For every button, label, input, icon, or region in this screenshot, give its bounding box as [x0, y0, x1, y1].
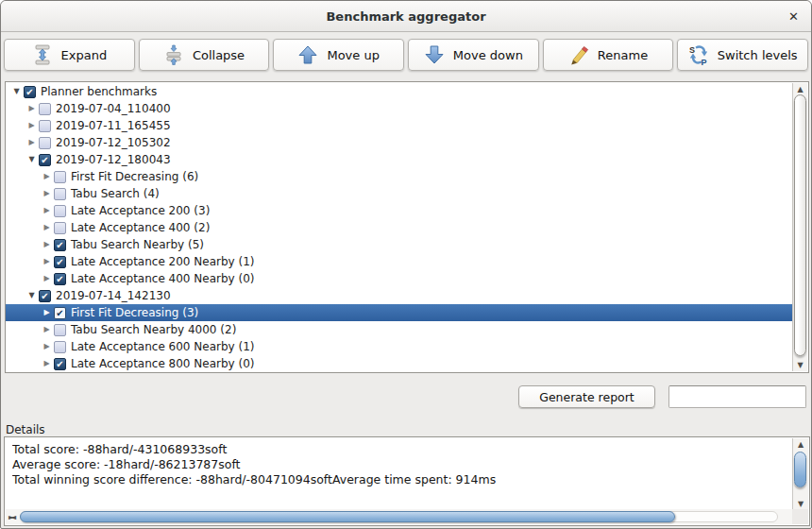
expand-arrow-icon[interactable]: ▶	[40, 168, 54, 185]
details-label: Details	[6, 423, 45, 436]
row-checkbox[interactable]: ✔	[24, 86, 36, 98]
expand-arrow-icon[interactable]: ▶	[40, 185, 54, 202]
tree-row-label: 2019-07-11_165455	[56, 119, 171, 132]
row-checkbox[interactable]	[39, 103, 51, 115]
expand-arrow-icon[interactable]: ▶	[40, 270, 54, 287]
scroll-up-icon[interactable]: ▲	[793, 85, 807, 94]
details-vertical-scrollbar[interactable]: ▲ ▼	[792, 438, 808, 510]
scrollbar-corner	[792, 509, 808, 524]
expand-arrow-icon[interactable]: ▶	[25, 117, 39, 134]
details-vscroll-thumb[interactable]	[794, 452, 806, 487]
tree-row[interactable]: ▼✔2019-07-14_142130	[6, 287, 792, 304]
expand-arrow-icon[interactable]: ▶	[25, 100, 39, 117]
row-checkbox[interactable]	[54, 188, 66, 200]
close-icon[interactable]: ✕	[788, 1, 799, 32]
expand-arrow-icon[interactable]: ▶	[40, 236, 54, 253]
average-score-line: Average score: -18hard/-86213787soft	[12, 457, 788, 472]
tree-row-label: First Fit Decreasing (6)	[71, 170, 198, 183]
svg-text:P: P	[701, 58, 706, 66]
tree-row-label: 2019-07-14_142130	[56, 289, 171, 302]
rename-button[interactable]: Rename	[543, 39, 674, 71]
move-down-button-label: Move down	[453, 48, 523, 62]
tree-row[interactable]: ▼✔Planner benchmarks	[6, 83, 792, 100]
scroll-up-icon[interactable]: ▲	[793, 440, 808, 449]
titlebar[interactable]: Benchmark aggregator ✕	[1, 1, 811, 32]
collapse-arrow-icon[interactable]: ▼	[9, 83, 24, 100]
row-checkbox[interactable]: ✔	[39, 154, 51, 166]
expand-arrow-icon[interactable]: ▶	[40, 355, 54, 372]
tree-row[interactable]: ▶Late Acceptance 600 Nearby (1)	[6, 338, 792, 355]
row-checkbox[interactable]	[39, 137, 51, 149]
tree-row[interactable]: ▶✔Late Acceptance 800 Nearby (0)	[6, 355, 792, 372]
collapse-button-label: Collapse	[193, 48, 245, 62]
switch-levels-button-label: Switch levels	[718, 48, 798, 62]
expand-arrow-icon[interactable]: ▶	[40, 304, 54, 321]
window-title: Benchmark aggregator	[1, 1, 811, 32]
move-up-button[interactable]: Move up	[273, 39, 404, 71]
tree-row-label: Late Acceptance 200 Nearby (1)	[71, 255, 255, 268]
details-panel: Total score: -88hard/-431068933soft Aver…	[4, 436, 810, 526]
tree-row[interactable]: ▶Late Acceptance 200 (3)	[6, 202, 792, 219]
details-horizontal-scrollbar[interactable]: ◄ ►	[6, 509, 792, 524]
tree-row[interactable]: ▶2019-07-12_105302	[6, 134, 792, 151]
move-down-button[interactable]: Move down	[408, 39, 539, 71]
tree-row[interactable]: ▶2019-07-11_165455	[6, 117, 792, 134]
move-up-icon	[297, 44, 318, 65]
tree-row[interactable]: ▶✔First Fit Decreasing (3)	[6, 304, 792, 321]
generate-report-button[interactable]: Generate report	[518, 385, 655, 408]
winning-score-line: Total winning score difference: -88hard/…	[12, 472, 788, 487]
row-checkbox[interactable]: ✔	[54, 256, 66, 268]
expand-arrow-icon[interactable]: ▶	[40, 219, 54, 236]
details-text: Total score: -88hard/-431068933soft Aver…	[12, 442, 788, 487]
tree-row-label: Planner benchmarks	[41, 85, 157, 98]
row-checkbox[interactable]	[54, 171, 66, 183]
expand-arrow-icon[interactable]: ▶	[40, 321, 54, 338]
row-checkbox[interactable]	[54, 324, 66, 336]
tree-row[interactable]: ▶✔Tabu Search Nearby (5)	[6, 236, 792, 253]
benchmark-tree: ▼✔Planner benchmarks▶2019-07-04_110400▶2…	[5, 81, 809, 373]
row-checkbox[interactable]: ✔	[54, 358, 66, 370]
collapse-arrow-icon[interactable]: ▼	[25, 151, 39, 168]
row-checkbox[interactable]	[54, 205, 66, 217]
tree-row-label: 2019-07-04_110400	[56, 102, 171, 115]
expand-arrow-icon[interactable]: ▶	[40, 202, 54, 219]
tree-row-label: Tabu Search (4)	[71, 187, 160, 200]
expand-arrow-icon[interactable]: ▶	[40, 253, 54, 270]
tree-row-label: Late Acceptance 600 Nearby (1)	[71, 340, 255, 353]
tree-row[interactable]: ▶2019-07-04_110400	[6, 100, 792, 117]
tree-row[interactable]: ▶✔Late Acceptance 200 Nearby (1)	[6, 253, 792, 270]
row-checkbox[interactable]: ✔	[54, 273, 66, 285]
row-checkbox[interactable]: ✔	[39, 290, 51, 302]
scroll-down-icon[interactable]: ▼	[793, 500, 808, 508]
collapse-arrow-icon[interactable]: ▼	[25, 287, 39, 304]
benchmark-aggregator-window: Benchmark aggregator ✕ Expand	[0, 0, 812, 529]
expand-button[interactable]: Expand	[4, 39, 135, 71]
collapse-button[interactable]: Collapse	[139, 39, 270, 71]
scroll-right-icon[interactable]: ►	[6, 513, 17, 521]
tree-row[interactable]: ▼✔2019-07-12_180043	[6, 151, 792, 168]
row-checkbox[interactable]	[54, 222, 66, 234]
row-checkbox[interactable]	[54, 341, 66, 353]
scroll-down-icon[interactable]: ▼	[793, 361, 807, 369]
total-score-line: Total score: -88hard/-431068933soft	[12, 442, 788, 457]
tree-row[interactable]: ▶First Fit Decreasing (6)	[6, 168, 792, 185]
row-checkbox[interactable]: ✔	[54, 239, 66, 251]
tree-row-label: First Fit Decreasing (3)	[71, 306, 198, 319]
move-up-button-label: Move up	[327, 48, 380, 62]
expand-arrow-icon[interactable]: ▶	[25, 134, 39, 151]
tree-row-label: 2019-07-12_105302	[56, 136, 171, 149]
report-name-input[interactable]	[668, 385, 806, 408]
tree-scrollbar-thumb[interactable]	[794, 94, 806, 356]
tree-vertical-scrollbar[interactable]: ▲ ▼	[792, 83, 807, 371]
tree-row[interactable]: ▶Tabu Search (4)	[6, 185, 792, 202]
expand-arrow-icon[interactable]: ▶	[40, 338, 54, 355]
details-hscroll-thumb[interactable]	[20, 511, 675, 522]
tree-row[interactable]: ▶Late Acceptance 400 (2)	[6, 219, 792, 236]
row-checkbox[interactable]	[39, 120, 51, 132]
tree-row[interactable]: ▶Tabu Search Nearby 4000 (2)	[6, 321, 792, 338]
switch-levels-button[interactable]: S P Switch levels	[677, 39, 808, 71]
expand-button-label: Expand	[61, 48, 108, 62]
tree-row[interactable]: ▶✔Late Acceptance 400 Nearby (0)	[6, 270, 792, 287]
row-checkbox[interactable]: ✔	[54, 307, 66, 319]
tree-row-label: Late Acceptance 400 (2)	[71, 221, 210, 234]
